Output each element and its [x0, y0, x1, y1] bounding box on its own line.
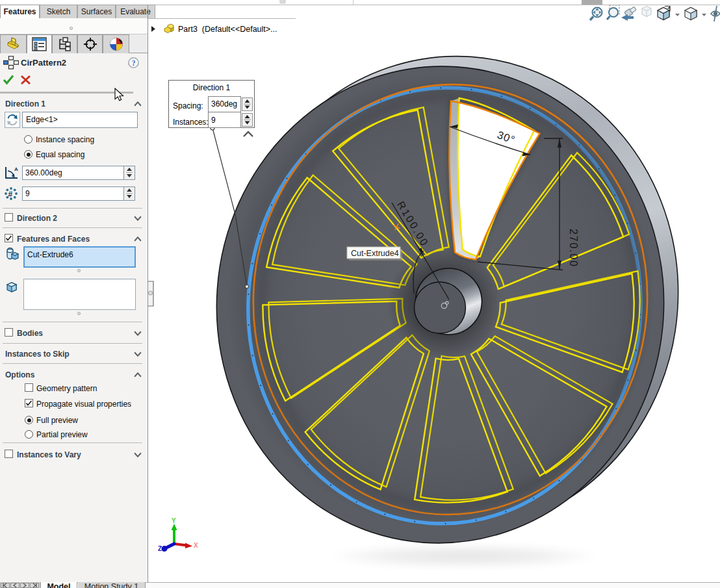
svg-text:X: X [194, 542, 198, 549]
svg-text:?: ? [132, 59, 136, 67]
svg-text:Z: Z [158, 545, 162, 552]
svg-text:270.00: 270.00 [568, 229, 579, 268]
svg-text:Cut-Extrude4: Cut-Extrude4 [351, 249, 399, 258]
svg-text:#: # [8, 190, 13, 199]
svg-text:Y: Y [172, 517, 176, 524]
svg-text:A: A [14, 166, 18, 172]
